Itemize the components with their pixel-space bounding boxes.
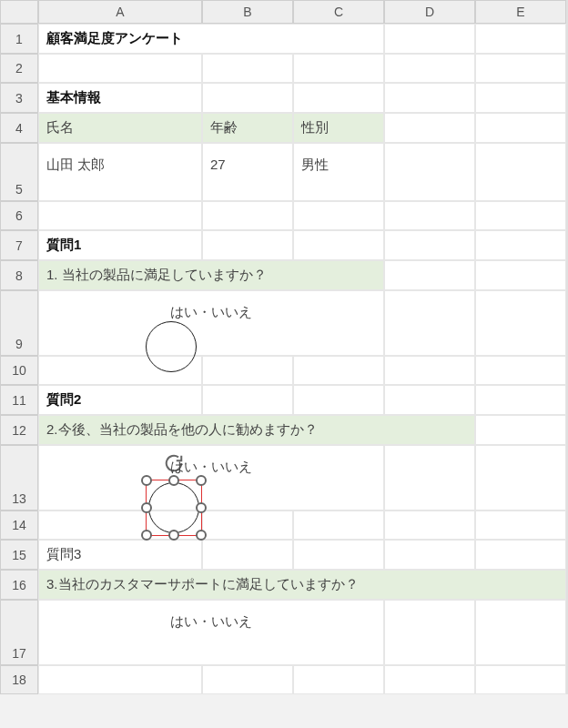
cell-B7[interactable] bbox=[202, 230, 293, 260]
cell-B14[interactable] bbox=[202, 511, 293, 540]
col-hdr-C[interactable]: C bbox=[293, 0, 384, 24]
cell-E18[interactable] bbox=[475, 665, 566, 694]
cell-A2[interactable] bbox=[38, 54, 202, 83]
cell-D9[interactable] bbox=[384, 290, 475, 356]
row-hdr-3[interactable]: 3 bbox=[0, 83, 38, 113]
row-hdr-8[interactable]: 8 bbox=[0, 260, 38, 290]
col-hdr-B[interactable]: B bbox=[202, 0, 293, 24]
cell-B3[interactable] bbox=[202, 83, 293, 113]
cell-A15-q3-label[interactable]: 質問3 bbox=[38, 540, 202, 570]
cell-A3-section[interactable]: 基本情報 bbox=[38, 83, 202, 113]
cell-B15[interactable] bbox=[202, 540, 293, 570]
cell-A9-answer1[interactable]: はい・いいえ bbox=[38, 290, 384, 356]
cell-B6[interactable] bbox=[202, 201, 293, 230]
row-hdr-16[interactable]: 16 bbox=[0, 570, 38, 600]
cell-D3[interactable] bbox=[384, 83, 475, 113]
cell-A18[interactable] bbox=[38, 665, 202, 694]
cell-D10[interactable] bbox=[384, 356, 475, 385]
cell-E6[interactable] bbox=[475, 201, 566, 230]
cell-C6[interactable] bbox=[293, 201, 384, 230]
cell-B18[interactable] bbox=[202, 665, 293, 694]
row-hdr-2[interactable]: 2 bbox=[0, 54, 38, 83]
row-hdr-13[interactable]: 13 bbox=[0, 445, 38, 511]
resize-handle-tl[interactable] bbox=[141, 475, 152, 486]
cell-E7[interactable] bbox=[475, 230, 566, 260]
cell-E15[interactable] bbox=[475, 540, 566, 570]
cell-C18[interactable] bbox=[293, 665, 384, 694]
cell-D13[interactable] bbox=[384, 445, 475, 511]
col-hdr-E[interactable]: E bbox=[475, 0, 566, 24]
resize-handle-bl[interactable] bbox=[141, 530, 152, 541]
row-hdr-7[interactable]: 7 bbox=[0, 230, 38, 260]
row-hdr-1[interactable]: 1 bbox=[0, 24, 38, 54]
cell-D8[interactable] bbox=[384, 260, 475, 290]
cell-C2[interactable] bbox=[293, 54, 384, 83]
select-all-corner[interactable] bbox=[0, 0, 38, 24]
cell-E14[interactable] bbox=[475, 511, 566, 540]
cell-B4-age-label[interactable]: 年齢 bbox=[202, 113, 293, 143]
selection-box[interactable] bbox=[146, 480, 202, 536]
spreadsheet-grid[interactable]: A B C D E 1 顧客満足度アンケート 2 3 基本情報 4 氏名 年齢 … bbox=[0, 0, 568, 694]
row-hdr-17[interactable]: 17 bbox=[0, 600, 38, 665]
cell-C10[interactable] bbox=[293, 356, 384, 385]
resize-handle-tr[interactable] bbox=[196, 475, 207, 486]
cell-D7[interactable] bbox=[384, 230, 475, 260]
cell-E4[interactable] bbox=[475, 113, 566, 143]
cell-D18[interactable] bbox=[384, 665, 475, 694]
cell-E5[interactable] bbox=[475, 143, 566, 201]
cell-E11[interactable] bbox=[475, 385, 566, 415]
cell-E8[interactable] bbox=[475, 260, 566, 290]
cell-E3[interactable] bbox=[475, 83, 566, 113]
cell-D4[interactable] bbox=[384, 113, 475, 143]
cell-A11-q2-label[interactable]: 質問2 bbox=[38, 385, 202, 415]
cell-A1-title[interactable]: 顧客満足度アンケート bbox=[38, 24, 384, 54]
cell-A8-q1-text[interactable]: 1. 当社の製品に満足していますか？ bbox=[38, 260, 384, 290]
cell-C4-gender-label[interactable]: 性別 bbox=[293, 113, 384, 143]
cell-B10[interactable] bbox=[202, 356, 293, 385]
row-hdr-15[interactable]: 15 bbox=[0, 540, 38, 570]
cell-D2[interactable] bbox=[384, 54, 475, 83]
cell-B5-age-value[interactable]: 27 bbox=[202, 143, 293, 201]
cell-C3[interactable] bbox=[293, 83, 384, 113]
cell-A5-name-value[interactable]: 山田 太郎 bbox=[38, 143, 202, 201]
row-hdr-11[interactable]: 11 bbox=[0, 385, 38, 415]
cell-E2[interactable] bbox=[475, 54, 566, 83]
row-hdr-18[interactable]: 18 bbox=[0, 665, 38, 694]
cell-D11[interactable] bbox=[384, 385, 475, 415]
cell-D1[interactable] bbox=[384, 24, 475, 54]
cell-E17[interactable] bbox=[475, 600, 566, 665]
col-hdr-D[interactable]: D bbox=[384, 0, 475, 24]
cell-C14[interactable] bbox=[293, 511, 384, 540]
cell-D14[interactable] bbox=[384, 511, 475, 540]
cell-D6[interactable] bbox=[384, 201, 475, 230]
cell-D5[interactable] bbox=[384, 143, 475, 201]
cell-D17[interactable] bbox=[384, 600, 475, 665]
col-hdr-A[interactable]: A bbox=[38, 0, 202, 24]
resize-handle-tm[interactable] bbox=[168, 475, 179, 486]
row-hdr-5[interactable]: 5 bbox=[0, 143, 38, 201]
cell-E9[interactable] bbox=[475, 290, 566, 356]
cell-A4-name-label[interactable]: 氏名 bbox=[38, 113, 202, 143]
cell-C5-gender-value[interactable]: 男性 bbox=[293, 143, 384, 201]
cell-E12[interactable] bbox=[475, 415, 566, 445]
cell-E1[interactable] bbox=[475, 24, 566, 54]
cell-E13[interactable] bbox=[475, 445, 566, 511]
cell-A17-answer3[interactable]: はい・いいえ bbox=[38, 600, 384, 665]
row-hdr-4[interactable]: 4 bbox=[0, 113, 38, 143]
cell-A16-q3-text[interactable]: 3.当社のカスタマーサポートに満足していますか？ bbox=[38, 570, 566, 600]
row-hdr-14[interactable]: 14 bbox=[0, 511, 38, 540]
cell-A13-answer2[interactable]: はい・いいえ bbox=[38, 445, 384, 511]
cell-C7[interactable] bbox=[293, 230, 384, 260]
row-hdr-6[interactable]: 6 bbox=[0, 201, 38, 230]
cell-A10[interactable] bbox=[38, 356, 202, 385]
cell-B11[interactable] bbox=[202, 385, 293, 415]
cell-E10[interactable] bbox=[475, 356, 566, 385]
resize-handle-ml[interactable] bbox=[141, 502, 152, 513]
resize-handle-br[interactable] bbox=[196, 530, 207, 541]
row-hdr-9[interactable]: 9 bbox=[0, 290, 38, 356]
resize-handle-bm[interactable] bbox=[168, 530, 179, 541]
cell-A6[interactable] bbox=[38, 201, 202, 230]
cell-D15[interactable] bbox=[384, 540, 475, 570]
cell-A12-q2-text[interactable]: 2.今後、当社の製品を他の人に勧めますか？ bbox=[38, 415, 475, 445]
cell-A7-q1-label[interactable]: 質問1 bbox=[38, 230, 202, 260]
